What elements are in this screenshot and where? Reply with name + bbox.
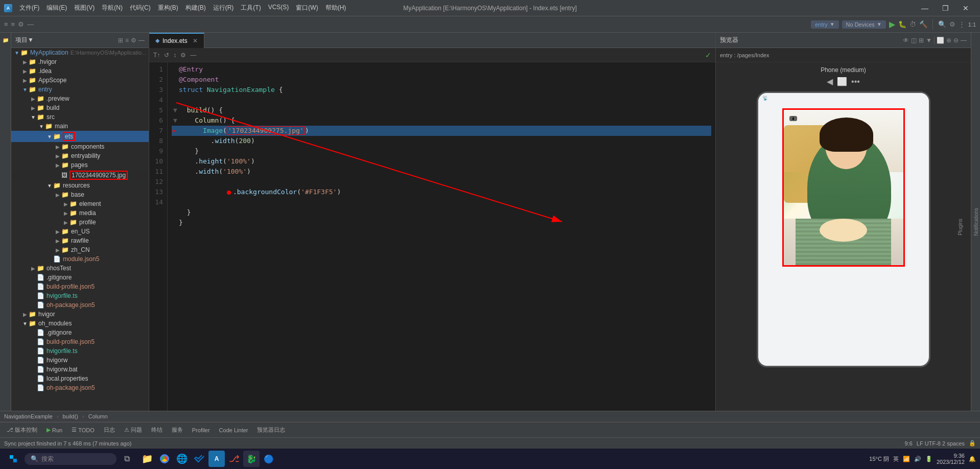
tree-item-enus[interactable]: ▶📁en_US [11, 227, 149, 236]
menu-vcs[interactable]: VCS(S) [265, 3, 292, 13]
tree-item-components[interactable]: ▶📁components [11, 142, 149, 151]
preview-icon-6[interactable]: ⊕ [946, 37, 951, 44]
editor-tool-3[interactable]: ↕ [173, 52, 176, 59]
devices-selector[interactable]: No Devices ▼ [842, 20, 886, 29]
toolbar-icon-3[interactable]: ⚙ [18, 20, 24, 28]
tree-item-buildprofile1[interactable]: 📄build-profile.json5 [11, 282, 149, 291]
tree-item-preview[interactable]: ▶📁.preview [11, 94, 149, 103]
editor-tool-2[interactable]: ↺ [164, 52, 169, 59]
preview-icon-4[interactable]: ▼ [926, 37, 932, 44]
menu-nav[interactable]: 导航(N) [99, 3, 126, 13]
start-button[interactable] [4, 450, 22, 468]
debug-btn[interactable]: 🐛 [898, 20, 906, 28]
preview-icon-2[interactable]: ◫ [911, 37, 917, 44]
preview-icon-7[interactable]: ⊖ [953, 37, 959, 44]
entry-selector[interactable]: entry ▼ [811, 20, 838, 29]
breadcrumb-item-3[interactable]: Column [88, 413, 108, 419]
tree-item-ets[interactable]: ▼📁 ets [11, 131, 149, 142]
tree-item-zhcn[interactable]: ▶📁zh_CN [11, 245, 149, 254]
taskbar-git-icon[interactable]: ⎇ [226, 451, 242, 467]
preview-icon-8[interactable]: — [961, 37, 967, 44]
tree-icon-4[interactable]: — [138, 37, 145, 44]
breadcrumb-item-1[interactable]: NavigationExample [4, 413, 53, 419]
tree-item-ohpackage1[interactable]: 📄oh-package.json5 [11, 300, 149, 310]
tree-item-element[interactable]: ▶📁element [11, 199, 149, 208]
back-btn[interactable]: ◀ [827, 77, 833, 86]
project-icon[interactable]: 📁 [1, 35, 11, 45]
tree-item-localprops[interactable]: 📄local.properties [11, 374, 149, 383]
editor-tool-4[interactable]: ⚙ [180, 52, 186, 59]
preview-log-btn[interactable]: 预览器日志 [254, 425, 288, 435]
editor-tool-1[interactable]: T↑ [153, 52, 160, 59]
lang-indicator[interactable]: 英 [893, 455, 899, 463]
tree-icon-2[interactable]: ≡ [125, 37, 129, 44]
notifications-btn[interactable]: 🔔 [969, 456, 976, 462]
menu-run[interactable]: 运行(R) [210, 3, 237, 13]
search-icon[interactable]: 🔍 [938, 20, 946, 28]
toolbar-icon-4[interactable]: — [27, 20, 34, 28]
run-btn[interactable]: ▶ [889, 19, 895, 29]
tree-item-gitignore2[interactable]: 📄.gitignore [11, 328, 149, 337]
tree-item-ohmodules[interactable]: ▼📁oh_modules [11, 319, 149, 328]
menu-help[interactable]: 帮助(H) [322, 3, 349, 13]
run-btn-bottom[interactable]: ▶ Run [44, 426, 65, 434]
tree-item-build[interactable]: ▶📁build [11, 103, 149, 112]
tree-item-entry[interactable]: ▼📁entry [11, 85, 149, 94]
tree-item-entryability[interactable]: ▶📁entryability [11, 151, 149, 160]
tree-item-appscope[interactable]: ▶📁AppScope [11, 76, 149, 85]
tree-item-ohpackage2[interactable]: 📄oh-package.json5 [11, 383, 149, 392]
more-btn[interactable]: ••• [851, 77, 860, 86]
code-content[interactable]: @Entry @Component struct NavigationExamp… [168, 62, 715, 411]
rotate-btn[interactable]: ⬜ [837, 77, 847, 86]
preview-icon-5[interactable]: ⬜ [937, 37, 944, 44]
tree-icon-3[interactable]: ⚙ [131, 37, 136, 44]
tree-item-hvigorfile1[interactable]: 📄hvigorfile.ts [11, 291, 149, 300]
tree-item-hvigorw[interactable]: 📄hvigorw [11, 356, 149, 365]
taskbar-folder-icon[interactable]: 📁 [139, 451, 155, 467]
build-btn[interactable]: 🔨 [919, 20, 927, 28]
preview-check[interactable]: ✓ [705, 51, 711, 59]
problems-btn[interactable]: ⚠ 问题 [122, 425, 145, 435]
breadcrumb-item-2[interactable]: build() [62, 413, 78, 419]
tree-item-hvigor[interactable]: ▶📁.hvigor [11, 57, 149, 66]
tree-item-base[interactable]: ▶📁base [11, 190, 149, 199]
tree-item-myapp[interactable]: ▼ 📁 MyApplication E:\HarmonyOS\MyApplica… [11, 48, 149, 57]
terminal-btn[interactable]: 终结 [149, 425, 165, 435]
menu-build[interactable]: 构建(B) [182, 3, 209, 13]
maximize-btn[interactable]: ❐ [935, 0, 955, 16]
menu-edit[interactable]: 编辑(E) [43, 3, 70, 13]
tree-item-idea[interactable]: ▶📁.idea [11, 66, 149, 76]
editor-tool-5[interactable]: — [190, 52, 196, 59]
profiler-btn[interactable]: Profiler [190, 426, 213, 434]
tree-item-hvigorwbat[interactable]: 📄hvigorw.bat [11, 365, 149, 374]
taskbar-app-icon-6[interactable]: 🐉 [243, 451, 260, 467]
toolbar-icon-1[interactable]: ≡ [4, 20, 8, 28]
preview-icon-3[interactable]: ⊞ [919, 37, 924, 44]
search-box[interactable]: 🔍 搜索 [25, 453, 116, 465]
tree-item-hvigorfile2[interactable]: 📄hvigorfile.ts [11, 346, 149, 356]
tree-item-src[interactable]: ▼📁src [11, 112, 149, 122]
taskbar-edge-icon[interactable]: 🌐 [174, 451, 190, 467]
tree-item-media[interactable]: ▶📁media [11, 208, 149, 218]
menu-tools[interactable]: 工具(T) [238, 3, 264, 13]
services-btn[interactable]: 服务 [169, 425, 185, 435]
taskbar-vscode-icon[interactable] [191, 451, 207, 467]
tree-item-gitignore1[interactable]: 📄.gitignore [11, 273, 149, 282]
tree-item-imagefile[interactable]: 🖼 1702344909275.jpg [11, 170, 149, 181]
taskview-btn[interactable]: ⧉ [119, 451, 135, 467]
taskbar-app-icon-7[interactable]: 🔵 [261, 451, 277, 467]
log-btn[interactable]: 日志 [101, 425, 118, 435]
menu-window[interactable]: 窗口(W) [293, 3, 321, 13]
code-area[interactable]: 1 2 3 4 5 6 7 8 9 10 11 12 13 14 @Entry [149, 62, 715, 411]
settings-icon[interactable]: ⚙ [949, 20, 955, 28]
close-btn[interactable]: ✕ [955, 0, 976, 16]
menu-view[interactable]: 视图(V) [71, 3, 98, 13]
more-icon[interactable]: ⋮ [959, 20, 965, 28]
version-control-btn[interactable]: ⎇ 版本控制 [4, 425, 40, 435]
tree-item-modulejson[interactable]: 📄module.json5 [11, 254, 149, 264]
tree-item-resources[interactable]: ▼📁resources [11, 181, 149, 190]
menu-code[interactable]: 代码(C) [127, 3, 154, 13]
plugins-tab[interactable]: Plugins [956, 217, 964, 238]
tree-item-main[interactable]: ▼📁main [11, 122, 149, 131]
clock-display[interactable]: 9:36 2023/12/12 [937, 453, 965, 465]
